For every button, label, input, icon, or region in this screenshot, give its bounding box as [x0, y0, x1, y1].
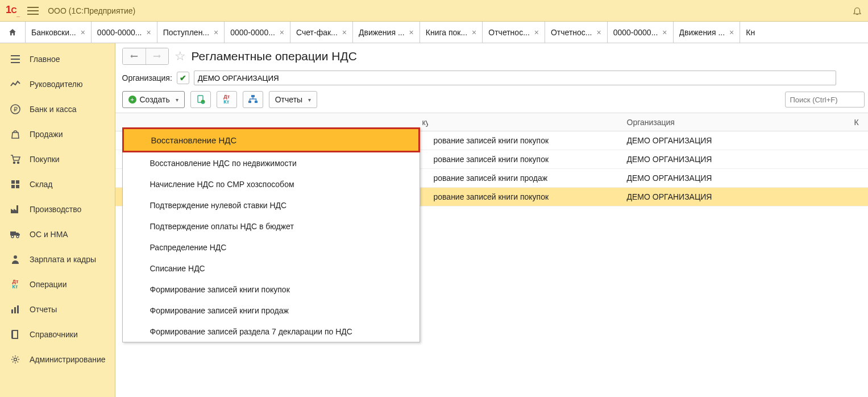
tab[interactable]: Движения ...× — [353, 22, 420, 43]
close-icon[interactable]: × — [81, 28, 85, 37]
bag-icon — [9, 130, 22, 139]
sidebar-item-assets[interactable]: ОС и НМА — [0, 222, 115, 247]
chart-line-icon — [9, 80, 22, 88]
svg-rect-0 — [11, 55, 20, 56]
truck-icon — [9, 230, 22, 238]
sidebar-item-reports[interactable]: Отчеты — [0, 297, 115, 322]
create-label: Создать — [140, 95, 170, 104]
star-icon[interactable]: ☆ — [175, 49, 186, 64]
tab[interactable]: Отчетнос...× — [483, 22, 545, 43]
tab[interactable]: 0000-0000...× — [92, 22, 157, 43]
close-icon[interactable]: × — [214, 28, 218, 37]
org-label: Организация: — [122, 73, 172, 82]
book-icon — [9, 330, 22, 339]
sidebar-item-label: Покупки — [30, 155, 60, 164]
menu-item[interactable]: Формирование записей раздела 7 деклараци… — [123, 321, 420, 342]
structure-button[interactable] — [243, 91, 263, 108]
bars-icon — [9, 305, 22, 313]
sidebar: Главное Руководителю ₽Банк и касса Прода… — [0, 43, 115, 397]
menu-item[interactable]: Распределение НДС — [123, 237, 420, 258]
sidebar-item-label: Склад — [30, 180, 53, 189]
sidebar-item-operations[interactable]: ДтКтОперации — [0, 272, 115, 297]
menu-item[interactable]: Подтверждение нулевой ставки НДС — [123, 195, 420, 216]
menu-item[interactable]: Списание НДС — [123, 258, 420, 279]
forward-button[interactable]: 🠖 — [146, 48, 168, 64]
sidebar-item-manager[interactable]: Руководителю — [0, 72, 115, 97]
sidebar-item-production[interactable]: Производство — [0, 197, 115, 222]
close-icon[interactable]: × — [597, 28, 601, 37]
nav-buttons: 🠔 🠖 — [122, 48, 169, 65]
close-icon[interactable]: × — [534, 28, 539, 37]
tab[interactable]: Кн — [740, 22, 868, 43]
menu-item[interactable]: Формирование записей книги покупок — [123, 279, 420, 300]
svg-rect-18 — [13, 331, 17, 338]
menu-item[interactable]: Начисление НДС по СМР хозспособом — [123, 173, 420, 195]
close-icon[interactable]: × — [342, 28, 347, 37]
svg-rect-24 — [248, 101, 251, 103]
sidebar-item-admin[interactable]: Администрирование — [0, 347, 115, 372]
close-icon[interactable]: × — [146, 28, 151, 37]
svg-rect-17 — [17, 305, 19, 313]
close-icon[interactable]: × — [409, 28, 414, 37]
person-icon — [9, 255, 22, 264]
reports-button[interactable]: Отчеты ▾ — [269, 91, 317, 108]
sidebar-item-label: Руководителю — [30, 80, 82, 89]
svg-point-12 — [11, 235, 14, 238]
sidebar-item-hr[interactable]: Зарплата и кадры — [0, 247, 115, 272]
sidebar-item-refs[interactable]: Справочники — [0, 322, 115, 347]
sidebar-item-purchases[interactable]: Покупки — [0, 147, 115, 172]
sidebar-item-bank[interactable]: ₽Банк и касса — [0, 97, 115, 122]
sidebar-item-sales[interactable]: Продажи — [0, 122, 115, 147]
tab-home[interactable] — [0, 22, 26, 43]
sidebar-item-main[interactable]: Главное — [0, 47, 115, 72]
menu-item[interactable]: Формирование записей книги продаж — [123, 300, 420, 321]
tab[interactable]: 0000-0000...× — [225, 22, 290, 43]
dtkt-button[interactable]: ДтКт — [217, 91, 237, 108]
org-input[interactable] — [194, 71, 836, 85]
tab[interactable]: Счет-фак...× — [290, 22, 353, 43]
page-title: Регламентные операции НДС — [192, 49, 357, 63]
tab[interactable]: Отчетнос...× — [545, 22, 608, 43]
close-icon[interactable]: × — [472, 28, 476, 37]
bell-icon[interactable] — [852, 6, 862, 16]
caret-down-icon: ▾ — [176, 97, 178, 103]
tab-bar: Банковски...× 0000-0000...× Поступлен...… — [0, 22, 868, 43]
create-button[interactable]: + Создать ▾ — [122, 91, 185, 108]
close-icon[interactable]: × — [280, 28, 284, 37]
svg-text:₽: ₽ — [14, 106, 18, 113]
svg-rect-1 — [11, 59, 20, 60]
sidebar-item-label: Отчеты — [30, 305, 57, 314]
sidebar-item-label: Зарплата и кадры — [30, 255, 96, 264]
ruble-icon: ₽ — [9, 104, 22, 114]
grid-icon — [9, 180, 22, 188]
tab[interactable]: Книга пок...× — [420, 22, 483, 43]
copy-button[interactable]: + — [190, 91, 211, 108]
tab[interactable]: Поступлен...× — [157, 22, 225, 43]
search-input[interactable] — [785, 92, 865, 107]
sidebar-item-label: Продажи — [30, 130, 63, 139]
svg-rect-25 — [255, 101, 258, 103]
menu-item-highlight[interactable]: Восстановление НДС — [122, 127, 420, 152]
menu-item[interactable]: Подтверждение оплаты НДС в бюджет — [123, 216, 420, 237]
menu-icon[interactable] — [27, 7, 39, 15]
close-icon[interactable]: × — [662, 28, 667, 37]
tab[interactable]: Банковски...× — [26, 22, 92, 43]
tab[interactable]: 0000-0000...× — [608, 22, 674, 43]
close-icon[interactable]: × — [729, 28, 734, 37]
col-date[interactable]: кумента — [115, 118, 428, 127]
caret-down-icon: ▾ — [308, 97, 311, 103]
tab[interactable]: Движения ...× — [674, 22, 741, 43]
menu-item[interactable]: Восстановление НДС по недвижимости — [123, 152, 420, 173]
main-panel: 🠔 🠖 ☆ Регламентные операции НДС Организа… — [115, 43, 869, 397]
col-k[interactable]: К — [849, 118, 869, 127]
menu-item-label: Списание НДС — [150, 264, 205, 273]
svg-point-14 — [14, 255, 17, 259]
plus-icon: + — [128, 96, 136, 104]
org-checkbox[interactable]: ✔ — [177, 72, 189, 84]
sidebar-item-label: Банк и касса — [30, 105, 76, 114]
menu-item-label: Начисление НДС по СМР хозспособом — [150, 180, 294, 189]
col-org[interactable]: Организация — [621, 118, 849, 127]
sidebar-item-stock[interactable]: Склад — [0, 172, 115, 197]
toolbar: + Создать ▾ + ДтКт Отчеты ▾ — [115, 91, 869, 113]
back-button[interactable]: 🠔 — [123, 48, 146, 64]
